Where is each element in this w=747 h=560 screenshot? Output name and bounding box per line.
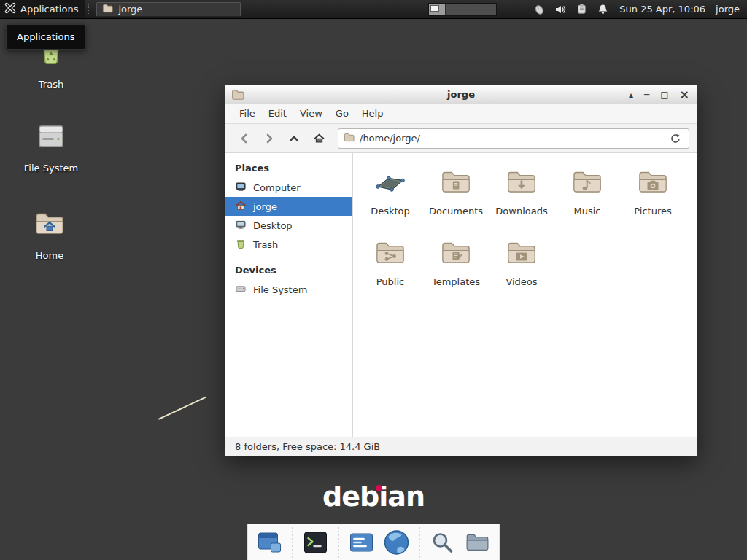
workspace-3[interactable] <box>462 4 479 15</box>
sidebar-item-label: Desktop <box>253 220 293 231</box>
location-path[interactable]: /home/jorge/ <box>360 133 662 144</box>
menu-view[interactable]: View <box>293 104 329 123</box>
side-pane: Places Computer <box>225 153 353 437</box>
sidebar-item-computer[interactable]: Computer <box>225 178 352 197</box>
window-manager-launcher[interactable] <box>255 526 285 559</box>
status-bar: 8 folders, Free space: 14.4 GiB <box>225 437 697 456</box>
maximize-button[interactable]: □ <box>660 90 668 99</box>
sidebar-item-label: File System <box>253 284 307 295</box>
folder-tile-templates[interactable]: Templates <box>424 236 488 306</box>
folder-view: Desktop Documents <box>353 153 697 437</box>
folder-label: Documents <box>429 206 483 217</box>
applications-icon <box>4 2 16 16</box>
home-icon <box>235 200 247 214</box>
workspace-window-preview <box>430 5 439 12</box>
menu-go[interactable]: Go <box>329 104 355 123</box>
desktop-icon <box>235 219 247 233</box>
clipboard-tray-icon[interactable] <box>574 2 589 17</box>
file-manager-window: jorge ▴ ─ □ × File Edit View Go Help <box>225 85 697 456</box>
app-finder-launcher[interactable] <box>428 526 457 559</box>
trash-icon <box>235 238 247 252</box>
folder-tile-public[interactable]: Public <box>358 236 422 306</box>
menu-edit[interactable]: Edit <box>262 104 293 123</box>
applications-menu-button[interactable]: Applications <box>0 0 85 18</box>
sidebar-item-trash[interactable]: Trash <box>225 235 352 254</box>
folder-label: Public <box>376 276 404 287</box>
drive-icon <box>235 283 247 297</box>
sidebar-item-jorge[interactable]: jorge <box>225 197 352 216</box>
terminal-launcher[interactable] <box>301 526 330 559</box>
folder-tile-pictures[interactable]: Pictures <box>621 165 685 236</box>
window-controls: ▴ ─ □ × <box>629 85 689 104</box>
file-manager-launcher[interactable] <box>463 526 492 559</box>
workspace-1[interactable] <box>429 4 446 15</box>
workspace-2[interactable] <box>446 4 462 15</box>
home-button[interactable] <box>307 128 330 149</box>
web-browser-launcher[interactable] <box>382 526 411 559</box>
desktop-icon-label: Trash <box>39 79 63 90</box>
folder-tile-documents[interactable]: Documents <box>424 165 488 236</box>
back-button[interactable] <box>233 128 256 149</box>
folder-label: Videos <box>506 276 537 287</box>
system-tray <box>532 2 610 17</box>
up-button[interactable] <box>282 128 306 149</box>
window-content: Places Computer <box>225 153 697 437</box>
applications-label: Applications <box>20 4 78 15</box>
drive-icon <box>34 119 69 156</box>
desktop-icon-file-system[interactable]: File System <box>16 119 86 174</box>
debian-logo: debian <box>322 481 425 513</box>
sidebar-item-desktop[interactable]: Desktop <box>225 216 352 235</box>
folder-label: Desktop <box>371 206 410 217</box>
workspace-4[interactable] <box>479 4 496 15</box>
sidebar-item-label: Trash <box>253 239 278 250</box>
devices-header: Devices <box>225 254 352 280</box>
menu-help[interactable]: Help <box>355 104 390 123</box>
top-panel: Applications jorge <box>0 0 747 19</box>
folder-label: Downloads <box>495 206 547 217</box>
pictures-folder-icon <box>635 165 670 202</box>
window-titlebar[interactable]: jorge ▴ ─ □ × <box>225 85 697 104</box>
toolbar: /home/jorge/ <box>225 124 697 153</box>
mouse-tray-icon[interactable] <box>532 2 546 17</box>
panel-handle[interactable] <box>88 4 90 15</box>
sidebar-item-label: jorge <box>253 201 277 212</box>
debian-swirl <box>376 485 382 491</box>
volume-icon[interactable] <box>553 2 568 17</box>
session-username[interactable]: jorge <box>716 4 740 15</box>
minimize-button[interactable]: ─ <box>644 90 649 99</box>
dock-separator <box>293 527 293 558</box>
workspace-switcher[interactable] <box>428 3 497 16</box>
reload-button[interactable] <box>667 131 684 147</box>
desktop-surface-icon <box>373 165 408 202</box>
home-folder-icon <box>32 206 67 244</box>
applications-tooltip: Applications <box>6 24 85 50</box>
videos-folder-icon <box>504 236 539 273</box>
folder-tile-desktop[interactable]: Desktop <box>358 165 422 236</box>
window-title: jorge <box>447 89 475 100</box>
folder-icon <box>102 3 113 16</box>
folder-tile-videos[interactable]: Videos <box>489 236 554 306</box>
location-bar[interactable]: /home/jorge/ <box>338 128 689 149</box>
notifications-bell-icon[interactable] <box>595 2 610 17</box>
forward-button[interactable] <box>258 128 281 149</box>
sidebar-item-file-system[interactable]: File System <box>225 280 352 299</box>
folder-tile-downloads[interactable]: Downloads <box>489 165 554 236</box>
dock-separator <box>338 527 339 558</box>
sidebar-item-label: Computer <box>253 182 301 193</box>
folder-tile-music[interactable]: Music <box>555 165 619 236</box>
public-folder-icon <box>373 236 408 273</box>
close-button[interactable]: × <box>680 89 689 101</box>
applications-tooltip-text: Applications <box>17 31 74 42</box>
downloads-folder-icon <box>504 165 539 202</box>
shade-button[interactable]: ▴ <box>629 90 633 99</box>
menu-file[interactable]: File <box>233 104 262 123</box>
status-text: 8 folders, Free space: 14.4 GiB <box>235 441 380 452</box>
music-folder-icon <box>570 165 605 202</box>
taskbar-window-button[interactable]: jorge <box>96 2 241 17</box>
folder-label: Pictures <box>634 206 671 217</box>
folder-label: Templates <box>432 276 480 287</box>
settings-launcher[interactable] <box>347 526 376 559</box>
clock[interactable]: Sun 25 Apr, 10:06 <box>619 4 705 15</box>
taskbar-window-label: jorge <box>118 4 142 15</box>
desktop-icon-home[interactable]: Home <box>15 206 85 261</box>
